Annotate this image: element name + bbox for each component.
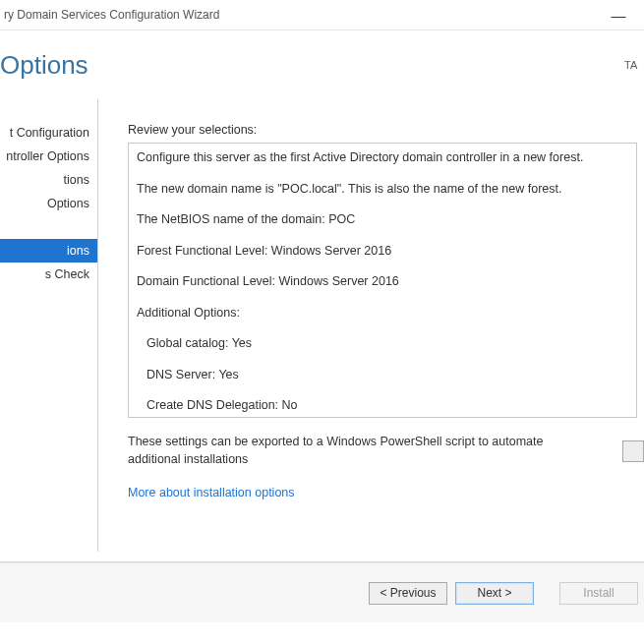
review-subline: Create DNS Delegation: No [137, 397, 628, 415]
nav-domain-controller-options[interactable]: ntroller Options [0, 145, 97, 168]
titlebar: ry Domain Services Configuration Wizard … [0, 0, 644, 30]
nav-dns-options[interactable]: tions [0, 168, 97, 192]
nav-additional-options[interactable]: Options [0, 192, 97, 215]
install-button[interactable]: Install [559, 582, 638, 605]
review-subline: DNS Server: Yes [137, 367, 628, 384]
wizard-footer: < Previous Next > Install [0, 562, 644, 622]
export-text: These settings can be exported to a Wind… [128, 434, 590, 468]
wizard-body: t Configuration ntroller Options tions O… [0, 99, 644, 552]
next-button[interactable]: Next > [455, 582, 534, 605]
review-line: Forest Functional Level: Windows Server … [137, 243, 628, 261]
previous-button[interactable]: < Previous [369, 582, 447, 605]
view-script-button[interactable] [622, 440, 644, 462]
wizard-nav: t Configuration ntroller Options tions O… [0, 99, 98, 552]
review-line: Additional Options: [137, 305, 628, 322]
wizard-header: Options TA [0, 30, 644, 99]
nav-prerequisites-check[interactable]: s Check [0, 263, 97, 286]
review-label: Review your selections: [128, 123, 644, 137]
export-row: These settings can be exported to a Wind… [128, 434, 644, 468]
window-title: ry Domain Services Configuration Wizard [0, 8, 599, 22]
review-subline: Global catalog: Yes [137, 335, 628, 353]
nav-paths[interactable] [0, 215, 97, 239]
page-heading: Options [0, 50, 88, 81]
review-line: Configure this server as the first Activ… [137, 149, 628, 167]
review-textbox[interactable]: Configure this server as the first Activ… [128, 143, 637, 418]
minimize-button[interactable]: — [599, 2, 638, 28]
target-server-label: TA [624, 59, 644, 71]
review-line: The NetBIOS name of the domain: POC [137, 211, 628, 229]
nav-deployment-configuration[interactable]: t Configuration [0, 121, 97, 145]
review-line: Domain Functional Level: Windows Server … [137, 273, 628, 291]
review-line: The new domain name is "POC.local". This… [137, 181, 628, 199]
nav-review-options[interactable]: ions [0, 239, 97, 263]
more-about-link[interactable]: More about installation options [128, 486, 295, 499]
wizard-main: Review your selections: Configure this s… [98, 99, 644, 552]
